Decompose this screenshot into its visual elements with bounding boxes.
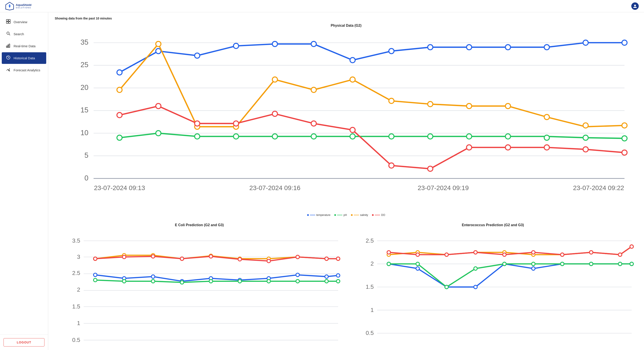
logout-button[interactable]: LOGOUT <box>4 338 44 347</box>
physical-chart-title: Physical Data (G2) <box>55 24 638 27</box>
svg-point-200 <box>532 250 535 254</box>
svg-point-54 <box>389 134 394 139</box>
svg-point-61 <box>117 87 122 93</box>
sidebar: Overview Search <box>0 12 48 350</box>
svg-point-46 <box>622 40 627 45</box>
legend-ph: pH <box>334 213 347 216</box>
svg-rect-3 <box>8 19 10 21</box>
bottom-charts-row: E Coli Prediction (G2 and G3) <box>55 223 638 350</box>
svg-point-140 <box>122 255 126 259</box>
logo-icon <box>5 2 14 10</box>
sidebar-nav: Overview Search <box>0 16 48 335</box>
svg-point-175 <box>387 262 390 266</box>
svg-point-176 <box>416 262 420 266</box>
svg-text:23-07-2024 09:22: 23-07-2024 09:22 <box>573 184 624 191</box>
svg-point-127 <box>325 279 328 283</box>
data-info-bar: Showing data from the past 10 minutes <box>55 17 638 20</box>
svg-point-179 <box>503 262 506 266</box>
svg-point-145 <box>267 259 270 263</box>
svg-point-59 <box>583 135 588 141</box>
svg-point-141 <box>151 255 155 258</box>
svg-point-69 <box>428 102 433 107</box>
logo-subtitle: SOLUTIONS <box>16 6 32 9</box>
legend-salinity: salinity <box>351 213 368 216</box>
svg-text:23-07-2024 09:19: 23-07-2024 09:19 <box>418 184 469 191</box>
svg-point-49 <box>194 134 200 139</box>
svg-point-77 <box>194 121 200 126</box>
svg-point-201 <box>560 253 564 256</box>
svg-point-125 <box>267 279 270 283</box>
svg-point-78 <box>234 121 239 126</box>
svg-point-88 <box>622 150 627 155</box>
svg-point-68 <box>389 98 394 103</box>
historical-icon <box>6 55 10 61</box>
svg-point-53 <box>350 134 355 139</box>
svg-point-170 <box>532 267 535 270</box>
sidebar-item-historical[interactable]: Historical Data <box>2 52 46 64</box>
svg-point-123 <box>209 279 213 283</box>
ecoli-chart-svg: 0 0.5 1 1.5 2 2.5 3 3.5 23-07-2024 09:13… <box>55 229 344 350</box>
svg-point-75 <box>117 112 122 118</box>
svg-point-67 <box>350 77 355 82</box>
svg-point-203 <box>618 253 622 256</box>
sidebar-item-realtime[interactable]: Real-time Data <box>2 40 46 52</box>
svg-point-120 <box>122 279 126 283</box>
svg-point-139 <box>94 257 97 260</box>
entero-chart-wrapper: 0 0.5 1 1.5 2 2.5 23-07-2024 09:13 23-07… <box>348 229 638 350</box>
svg-point-128 <box>336 279 340 283</box>
svg-text:2: 2 <box>370 260 374 267</box>
svg-point-44 <box>544 45 549 50</box>
svg-point-195 <box>387 250 390 254</box>
user-icon <box>633 4 637 8</box>
search-icon <box>6 31 10 37</box>
svg-rect-4 <box>6 22 8 23</box>
logo-text-block: AquaShield SOLUTIONS <box>16 3 32 9</box>
svg-point-196 <box>416 253 420 256</box>
svg-text:20: 20 <box>80 84 88 91</box>
svg-point-168 <box>474 285 477 289</box>
svg-point-42 <box>466 45 472 50</box>
svg-point-124 <box>238 279 242 283</box>
svg-point-51 <box>272 134 278 139</box>
svg-point-198 <box>474 250 477 254</box>
svg-point-180 <box>532 262 535 266</box>
svg-rect-10 <box>9 44 10 47</box>
historical-label: Historical Data <box>14 56 35 60</box>
svg-point-71 <box>505 103 510 109</box>
svg-point-58 <box>544 135 549 141</box>
ecoli-chart-wrapper: 0 0.5 1 1.5 2 2.5 3 3.5 23-07-2024 09:13… <box>55 229 344 350</box>
svg-rect-2 <box>6 19 8 21</box>
entero-section: Enterococcus Prediction (G2 and G3) 0 0.… <box>348 223 638 350</box>
user-avatar-button[interactable] <box>631 2 639 10</box>
sidebar-item-search[interactable]: Search <box>2 28 46 40</box>
svg-text:3: 3 <box>77 253 80 260</box>
svg-text:5: 5 <box>84 151 88 159</box>
svg-point-126 <box>296 279 300 283</box>
svg-point-181 <box>560 262 564 266</box>
sidebar-item-forecast[interactable]: Forecast Analytics <box>2 64 46 76</box>
svg-point-47 <box>117 135 122 141</box>
svg-point-45 <box>583 40 588 45</box>
svg-point-83 <box>428 166 433 172</box>
svg-text:23-07-2024 09:13: 23-07-2024 09:13 <box>94 184 145 191</box>
svg-rect-5 <box>8 22 10 23</box>
entero-chart-title: Enterococcus Prediction (G2 and G3) <box>348 223 638 227</box>
top-bar: AquaShield SOLUTIONS <box>0 0 644 12</box>
logo-title: AquaShield <box>16 3 32 7</box>
svg-point-81 <box>350 127 355 133</box>
svg-point-35 <box>194 53 200 58</box>
svg-point-148 <box>336 257 340 260</box>
svg-text:15: 15 <box>80 106 88 114</box>
physical-chart-svg: 0 5 10 15 20 25 35 23-07-2024 09:13 23-0… <box>55 30 638 211</box>
svg-point-177 <box>445 285 448 289</box>
svg-point-41 <box>428 45 433 50</box>
svg-text:10: 10 <box>80 129 88 137</box>
sidebar-item-overview[interactable]: Overview <box>2 16 46 28</box>
svg-point-39 <box>350 57 355 63</box>
svg-text:25: 25 <box>80 61 88 69</box>
svg-point-122 <box>180 281 184 284</box>
svg-point-184 <box>630 262 634 266</box>
svg-point-55 <box>428 134 433 139</box>
svg-point-182 <box>590 262 593 266</box>
svg-point-79 <box>272 111 278 116</box>
